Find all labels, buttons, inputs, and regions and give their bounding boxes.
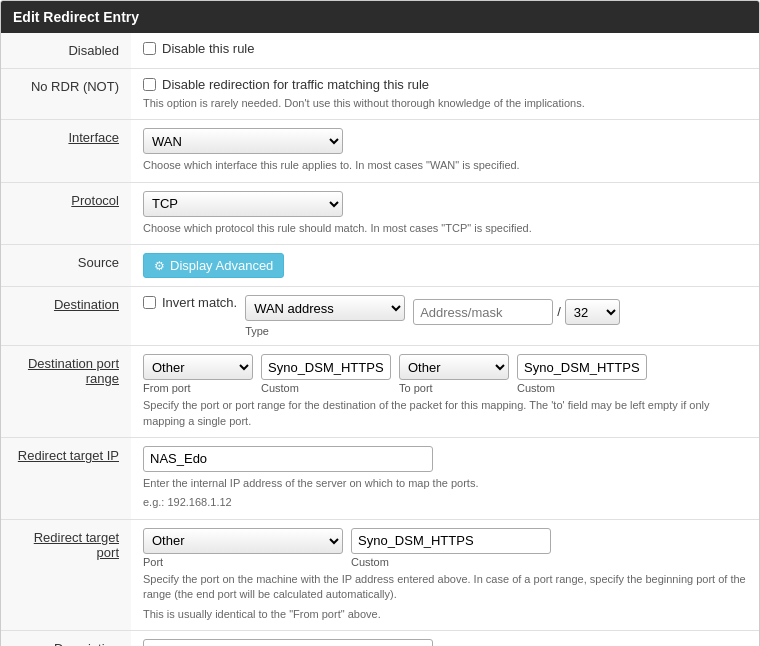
destination-port-content: Other Any HTTP (80) From port Custom Oth… xyxy=(131,346,759,438)
redirect-custom-label: Custom xyxy=(351,556,551,568)
redirect-port-content: Other Any Port Custom Specify the port o… xyxy=(131,519,759,630)
from-custom-label: Custom xyxy=(261,382,391,394)
redirect-port-fields: Other Any Port Custom xyxy=(143,528,747,568)
redirect-ip-row: Redirect target IP Enter the internal IP… xyxy=(1,437,759,519)
destination-address-input[interactable] xyxy=(413,299,553,325)
protocol-row: Protocol TCP UDP Any Choose which protoc… xyxy=(1,182,759,244)
disabled-checkbox-row: Disable this rule xyxy=(143,41,747,56)
protocol-label: Protocol xyxy=(1,182,131,244)
destination-invert-col: Invert match. xyxy=(143,295,237,310)
destination-type-col: WAN address Single host or alias Network… xyxy=(245,295,405,337)
interface-help: Choose which interface this rule applies… xyxy=(143,158,747,173)
redirect-port-label: Redirect target port xyxy=(1,519,131,630)
port-range-help: Specify the port or port range for the d… xyxy=(143,398,747,429)
destination-invert-row: Invert match. xyxy=(143,295,237,310)
protocol-select[interactable]: TCP UDP Any xyxy=(143,191,343,217)
interface-row: Interface WAN LAN Choose which interface… xyxy=(1,120,759,182)
to-port-select[interactable]: Other Any xyxy=(399,354,509,380)
from-port-custom-col: Custom xyxy=(261,354,391,394)
no-rdr-label: No RDR (NOT) xyxy=(1,69,131,120)
to-port-label: To port xyxy=(399,382,509,394)
redirect-port-help2: This is usually identical to the "From p… xyxy=(143,607,747,622)
redirect-ip-help2: e.g.: 192.168.1.12 xyxy=(143,495,747,510)
redirect-port-custom-col: Custom xyxy=(351,528,551,568)
slash-separator: / xyxy=(555,295,563,329)
destination-mask-select[interactable]: 32 24 xyxy=(565,299,620,325)
redirect-ip-label: Redirect target IP xyxy=(1,437,131,519)
disabled-row: Disabled Disable this rule xyxy=(1,33,759,69)
protocol-content: TCP UDP Any Choose which protocol this r… xyxy=(131,182,759,244)
display-advanced-button[interactable]: ⚙ Display Advanced xyxy=(143,253,284,278)
description-input[interactable] xyxy=(143,639,433,646)
no-rdr-checkbox[interactable] xyxy=(143,78,156,91)
destination-invert-label: Invert match. xyxy=(162,295,237,310)
to-port-col: Other Any To port xyxy=(399,354,509,394)
form-table: Disabled Disable this rule No RDR (NOT) … xyxy=(1,33,759,646)
disabled-label: Disabled xyxy=(1,33,131,69)
disabled-checkbox[interactable] xyxy=(143,42,156,55)
gear-icon: ⚙ xyxy=(154,259,165,273)
redirect-port-row: Redirect target port Other Any Port Cust… xyxy=(1,519,759,630)
port-fields-row: Other Any HTTP (80) From port Custom Oth… xyxy=(143,354,747,394)
destination-type-select[interactable]: WAN address Single host or alias Network… xyxy=(245,295,405,321)
interface-label: Interface xyxy=(1,120,131,182)
redirect-port-custom-input[interactable] xyxy=(351,528,551,554)
redirect-ip-content: Enter the internal IP address of the ser… xyxy=(131,437,759,519)
redirect-ip-input[interactable] xyxy=(143,446,433,472)
to-port-custom-input[interactable] xyxy=(517,354,647,380)
display-advanced-label: Display Advanced xyxy=(170,258,273,273)
interface-select[interactable]: WAN LAN xyxy=(143,128,343,154)
panel-title: Edit Redirect Entry xyxy=(1,1,759,33)
destination-address-col: / 32 24 xyxy=(413,295,620,329)
no-rdr-help: This option is rarely needed. Don't use … xyxy=(143,96,747,111)
no-rdr-content: Disable redirection for traffic matching… xyxy=(131,69,759,120)
description-content: A description may be entered here for ad… xyxy=(131,630,759,646)
redirect-port-label-small: Port xyxy=(143,556,343,568)
from-port-custom-input[interactable] xyxy=(261,354,391,380)
destination-row: Destination Invert match. WAN address Si… xyxy=(1,287,759,346)
no-rdr-checkbox-label: Disable redirection for traffic matching… xyxy=(162,77,429,92)
from-port-select[interactable]: Other Any HTTP (80) xyxy=(143,354,253,380)
destination-content: Invert match. WAN address Single host or… xyxy=(131,287,759,346)
no-rdr-row: No RDR (NOT) Disable redirection for tra… xyxy=(1,69,759,120)
destination-port-row: Destination port range Other Any HTTP (8… xyxy=(1,346,759,438)
from-port-label: From port xyxy=(143,382,253,394)
source-content: ⚙ Display Advanced xyxy=(131,245,759,287)
destination-type-label: Type xyxy=(245,325,405,337)
interface-content: WAN LAN Choose which interface this rule… xyxy=(131,120,759,182)
redirect-port-help1: Specify the port on the machine with the… xyxy=(143,572,747,603)
from-port-col: Other Any HTTP (80) From port xyxy=(143,354,253,394)
redirect-port-select[interactable]: Other Any xyxy=(143,528,343,554)
disabled-checkbox-label: Disable this rule xyxy=(162,41,255,56)
destination-invert-checkbox[interactable] xyxy=(143,296,156,309)
destination-fields-row: Invert match. WAN address Single host or… xyxy=(143,295,747,337)
redirect-ip-help1: Enter the internal IP address of the ser… xyxy=(143,476,747,491)
description-row: Description A description may be entered… xyxy=(1,630,759,646)
panel-title-text: Edit Redirect Entry xyxy=(13,9,139,25)
source-label: Source xyxy=(1,245,131,287)
destination-port-label: Destination port range xyxy=(1,346,131,438)
protocol-help: Choose which protocol this rule should m… xyxy=(143,221,747,236)
to-custom-label: Custom xyxy=(517,382,647,394)
destination-label: Destination xyxy=(1,287,131,346)
to-port-custom-col: Custom xyxy=(517,354,647,394)
source-row: Source ⚙ Display Advanced xyxy=(1,245,759,287)
no-rdr-checkbox-row: Disable redirection for traffic matching… xyxy=(143,77,747,92)
description-label: Description xyxy=(1,630,131,646)
edit-redirect-panel: Edit Redirect Entry Disabled Disable thi… xyxy=(0,0,760,646)
disabled-content: Disable this rule xyxy=(131,33,759,69)
redirect-port-select-col: Other Any Port xyxy=(143,528,343,568)
